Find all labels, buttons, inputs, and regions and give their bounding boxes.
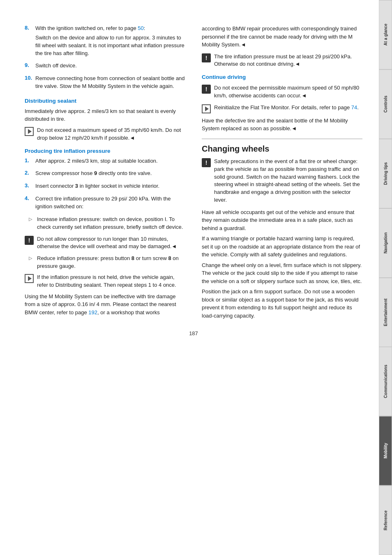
reinitialize-play-box: Reinitialize the Flat Tire Monitor. For …	[202, 104, 362, 113]
warning-speed-content: Do not exceed the permissible maximum sp…	[214, 84, 362, 100]
arrow-right-icon-2: ▷	[29, 256, 35, 270]
sub-bullet-reduce: ▷ Reduce inflation pressure: press butto…	[29, 255, 185, 270]
step-8-intro: With the ignition switched on, refer to …	[35, 25, 185, 32]
distributing-sealant-section: Distributing sealant Immediately drive a…	[25, 98, 185, 142]
sidebar-tab-navigation[interactable]: Navigation	[379, 208, 392, 278]
occupants-text: Have all vehicle occupants get out of th…	[202, 208, 362, 233]
left-column: 8. With the ignition switched on, refer …	[25, 25, 189, 322]
inflation-play-content: If the inflation pressure is not held, d…	[37, 274, 185, 289]
sidebar-tab-mobility[interactable]: Mobility	[379, 416, 392, 486]
defective-tire-text: Have the defective tire and the sealant …	[202, 117, 362, 133]
producing-step-4-content: Correct tire inflation pressure to 29 ps…	[35, 195, 185, 212]
wheel-level-text: Change the wheel only on a level, firm s…	[202, 261, 362, 286]
producing-step-4-label: 4.	[25, 195, 32, 212]
step-9: 9. Switch off device.	[25, 62, 185, 71]
step-9-label: 9.	[25, 62, 32, 71]
safety-flat-content: Safety precautions in the event of a fla…	[214, 158, 362, 204]
play-icon-3	[202, 104, 211, 113]
warning-inflation-content: The tire inflation pressure must be at l…	[214, 53, 362, 69]
distributing-play-box: Do not exceed a maximum speed of 35 mph/…	[25, 127, 185, 142]
producing-step-1-label: 1.	[25, 157, 32, 167]
arrow-right-icon: ▷	[29, 216, 35, 231]
producing-step-3: 3. Insert connector 3 in lighter socket …	[25, 182, 185, 192]
sub-bullet-increase: ▷ Increase inflation pressure: switch on…	[29, 216, 185, 231]
warning-inflation: ! The tire inflation pressure must be at…	[202, 53, 362, 69]
inflation-play-box: If the inflation pressure is not held, d…	[25, 274, 185, 289]
warning-speed: ! Do not exceed the permissible maximum …	[202, 84, 362, 100]
warning-compressor-content: Do not allow compressor to run longer th…	[37, 235, 185, 251]
step-10-label: 10.	[25, 75, 32, 92]
jack-position-text: Position the jack on a firm support surf…	[202, 288, 362, 320]
step-8-detail: Switch on the device and allow to run fo…	[35, 34, 185, 58]
sub-reduce-content: Reduce inflation pressure: press button …	[37, 255, 185, 270]
step-9-content: Switch off device.	[35, 62, 185, 71]
producing-step-1-content: After approx. 2 miles/3 km, stop at suit…	[35, 157, 185, 167]
distributing-sealant-heading: Distributing sealant	[25, 98, 185, 104]
page-192-link[interactable]: 192	[88, 309, 97, 315]
page-number: 187	[25, 330, 362, 336]
play-triangle	[28, 129, 32, 134]
play-icon	[25, 127, 34, 136]
using-text: Using the M Mobility System can be ineff…	[25, 292, 185, 317]
sidebar-tab-driving-tips[interactable]: Driving tips	[379, 139, 392, 208]
producing-step-1: 1. After approx. 2 miles/3 km, stop at s…	[25, 157, 185, 167]
page-74-link[interactable]: 74	[351, 104, 357, 111]
step-8-label: 8.	[25, 25, 32, 59]
producing-step-3-label: 3.	[25, 182, 32, 192]
sidebar-tab-communications[interactable]: Communications	[379, 347, 392, 416]
play-icon-2	[25, 274, 34, 283]
producing-step-2-label: 2.	[25, 170, 32, 179]
distributing-play-content: Do not exceed a maximum speed of 35 mph/…	[37, 127, 185, 142]
warning-compressor: ! Do not allow compressor to run longer …	[25, 235, 185, 251]
sidebar-tab-entertainment[interactable]: Entertainment	[379, 278, 392, 347]
warning-icon: !	[25, 236, 34, 245]
step-10-content: Remove connecting hose from connection o…	[35, 75, 185, 92]
sub-increase-content: Increase inflation pressure: switch on d…	[37, 216, 185, 231]
sidebar-tab-reference[interactable]: Reference	[379, 486, 392, 555]
sidebar-tab-controls[interactable]: Controls	[379, 69, 392, 139]
step-9-text: Switch off device.	[35, 62, 185, 70]
right-column: according to BMW repair procedures with …	[202, 25, 362, 322]
sidebar-tabs: At a glance Controls Driving tips Naviga…	[379, 0, 392, 555]
warning-safety-flat: ! Safety precautions in the event of a f…	[202, 158, 362, 204]
page-50-link[interactable]: 50	[138, 25, 143, 31]
warning-icon-2: !	[202, 53, 211, 62]
producing-step-3-content: Insert connector 3 in lighter socket in …	[35, 182, 185, 192]
step-8-content: With the ignition switched on, refer to …	[35, 25, 185, 59]
warning-triangle-text: If a warning triangle or portable hazard…	[202, 235, 362, 259]
step-8: 8. With the ignition switched on, refer …	[25, 25, 185, 59]
reinitialize-content: Reinitialize the Flat Tire Monitor. For …	[214, 104, 362, 112]
changing-wheels-heading: Changing wheels	[202, 138, 362, 154]
sidebar-tab-at-a-glance[interactable]: At a glance	[379, 0, 392, 69]
play-triangle-2	[28, 276, 32, 281]
step-10-text: Remove connecting hose from connection o…	[35, 75, 185, 90]
play-triangle-3	[205, 106, 209, 111]
distributing-sealant-body: Immediately drive approx. 2 miles/3 km s…	[25, 107, 185, 123]
step-10: 10. Remove connecting hose from connecti…	[25, 75, 185, 92]
producing-step-2: 2. Screw compressor hose 9 directly onto…	[25, 170, 185, 179]
producing-heading: Producing tire inflation pressure	[25, 148, 185, 154]
continue-driving-heading: Continue driving	[202, 74, 362, 80]
warning-icon-3: !	[202, 85, 211, 94]
according-text: according to BMW repair procedures with …	[202, 25, 362, 49]
warning-icon-4: !	[202, 158, 211, 167]
producing-step-2-content: Screw compressor hose 9 directly onto ti…	[35, 170, 185, 179]
producing-step-4: 4. Correct tire inflation pressure to 29…	[25, 195, 185, 212]
